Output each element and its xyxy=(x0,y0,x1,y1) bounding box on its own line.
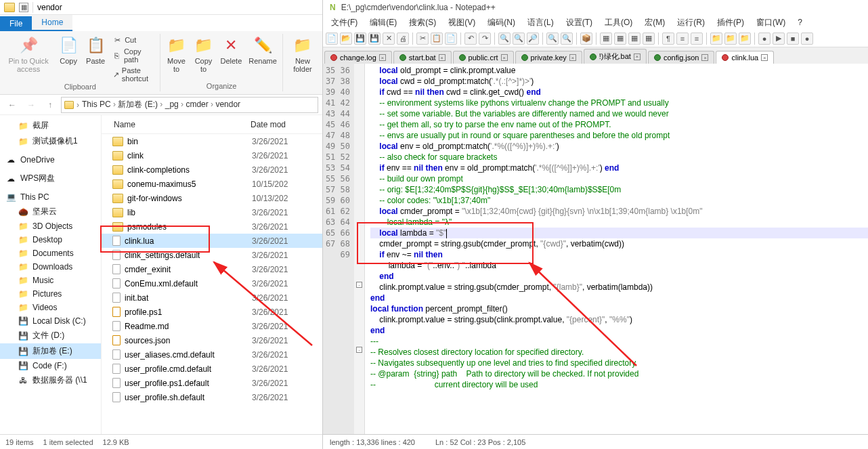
file-row[interactable]: sources.json3/26/2021 xyxy=(102,333,322,347)
file-row[interactable]: lib3/26/2021 xyxy=(102,205,322,219)
file-row[interactable]: cmder_exinit3/26/2021 xyxy=(102,262,322,276)
menu-item[interactable]: 设置(T) xyxy=(563,16,595,30)
tab-file[interactable]: File xyxy=(0,16,32,31)
toolbar-button[interactable]: 📄 xyxy=(445,33,457,45)
tree-item[interactable]: 📁截屏 xyxy=(0,118,101,133)
toolbar-button[interactable]: 🔍 xyxy=(561,33,573,45)
toolbar-button[interactable]: ¶ xyxy=(662,33,674,45)
toolbar-button[interactable]: ● xyxy=(758,33,771,45)
forward-button[interactable]: → xyxy=(23,97,39,113)
toolbar-button[interactable]: ✂ xyxy=(416,33,429,45)
toolbar-button[interactable]: 📄 xyxy=(326,33,338,45)
explorer-titlebar[interactable]: ▦ vendor xyxy=(0,0,322,15)
file-row[interactable]: user_aliases.cmd.default3/26/2021 xyxy=(102,347,322,362)
menu-item[interactable]: 搜索(S) xyxy=(406,16,439,30)
back-button[interactable]: ← xyxy=(4,97,20,113)
file-row[interactable]: git-for-windows10/13/202 xyxy=(102,191,322,205)
tree-item[interactable]: 📁3D Objects xyxy=(0,219,101,233)
editor-tab[interactable]: clink.lua× xyxy=(716,51,774,64)
editor-tab[interactable]: !)绿化.bat× xyxy=(584,49,647,64)
copy-path-button[interactable]: ⎘Copy path xyxy=(112,47,154,64)
tab-home[interactable]: Home xyxy=(32,15,72,31)
file-row[interactable]: user_profile.sh.default3/26/2021 xyxy=(102,390,322,404)
editor-tab[interactable]: private.key× xyxy=(515,51,582,64)
col-date[interactable]: Date mod xyxy=(251,120,322,129)
toolbar-button[interactable]: ↷ xyxy=(479,33,491,45)
file-rows[interactable]: bin3/26/2021clink3/26/2021clink-completi… xyxy=(102,134,322,434)
up-button[interactable]: ↑ xyxy=(42,97,58,113)
toolbar-button[interactable]: 📁 xyxy=(710,33,722,45)
tree-item[interactable]: ☁WPS网盘 xyxy=(0,171,101,186)
editor-tab[interactable]: config.json× xyxy=(648,51,715,64)
paste-button[interactable]: 📋Paste xyxy=(85,35,106,65)
breadcrumb-segment[interactable]: vendor xyxy=(215,100,240,109)
toolbar-button[interactable]: 📁 xyxy=(739,33,751,45)
npp-titlebar[interactable]: N E:\_pg\cmder\vendor\clink.lua - Notepa… xyxy=(323,0,868,15)
toolbar-button[interactable]: ▦ xyxy=(628,33,641,45)
file-row[interactable]: conemu-maximus510/15/202 xyxy=(102,177,322,191)
toolbar-button[interactable]: ▶ xyxy=(773,33,785,45)
cut-button[interactable]: ✂Cut xyxy=(112,35,154,45)
toolbar-button[interactable]: ≡ xyxy=(676,33,689,45)
toolbar-button[interactable]: ▦ xyxy=(643,33,655,45)
tree-item[interactable]: 💻This PC xyxy=(0,190,101,204)
menu-item[interactable]: 宏(M) xyxy=(642,16,668,30)
breadcrumb-segment[interactable]: cmder xyxy=(186,100,208,109)
tree-item[interactable]: 📁Music xyxy=(0,274,101,287)
close-icon[interactable]: × xyxy=(761,54,768,61)
toolbar-button[interactable]: ✕ xyxy=(383,33,395,45)
toolbar-button[interactable]: 📂 xyxy=(340,33,352,45)
tree-item[interactable]: 🌰坚果云 xyxy=(0,204,101,219)
file-row[interactable]: psmodules3/26/2021 xyxy=(102,219,322,234)
tree-item[interactable]: 📁Pictures xyxy=(0,287,101,301)
file-row[interactable]: clink3/26/2021 xyxy=(102,148,322,163)
close-icon[interactable]: × xyxy=(439,54,446,61)
copy-to-button[interactable]: 📁Copy to xyxy=(193,35,213,73)
toolbar-button[interactable]: ≡ xyxy=(691,33,703,45)
menu-item[interactable]: 编码(N) xyxy=(485,16,518,30)
toolbar-button[interactable]: 🔍 xyxy=(513,33,525,45)
breadcrumb-segment[interactable]: 新加卷 (E:) xyxy=(118,100,158,109)
npp-menubar[interactable]: 文件(F)编辑(E)搜索(S)视图(V)编码(N)语言(L)设置(T)工具(O)… xyxy=(323,15,868,30)
menu-item[interactable]: 语言(L) xyxy=(525,16,557,30)
menu-item[interactable]: ? xyxy=(795,16,805,28)
nav-tree[interactable]: 📁截屏📁测试摄像机1☁OneDrive☁WPS网盘💻This PC🌰坚果云📁3D… xyxy=(0,115,102,434)
file-row[interactable]: Readme.md3/26/2021 xyxy=(102,319,322,333)
menu-item[interactable]: 窗口(W) xyxy=(754,16,788,30)
editor-tab[interactable]: start.bat× xyxy=(393,51,452,64)
move-to-button[interactable]: 📁Move to xyxy=(166,35,186,73)
file-row[interactable]: clink-completions3/26/2021 xyxy=(102,163,322,177)
file-row[interactable]: init.bat3/26/2021 xyxy=(102,291,322,305)
close-icon[interactable]: × xyxy=(634,54,641,60)
paste-shortcut-button[interactable]: ↗Paste shortcut xyxy=(112,66,154,83)
menu-item[interactable]: 工具(O) xyxy=(602,16,635,30)
close-icon[interactable]: × xyxy=(379,54,386,61)
tree-item[interactable]: 📁Documents xyxy=(0,247,101,260)
toolbar-button[interactable]: 📦 xyxy=(580,33,592,45)
tree-item[interactable]: 💾新加卷 (E:) xyxy=(0,343,101,359)
editor-tab[interactable]: change.log× xyxy=(324,51,392,64)
tree-item[interactable]: 💾Code (F:) xyxy=(0,359,101,372)
file-row[interactable]: user_profile.cmd.default3/26/2021 xyxy=(102,362,322,376)
pin-button[interactable]: 📌Pin to Quick access xyxy=(5,35,51,73)
breadcrumb-segment[interactable]: This PC xyxy=(82,100,111,109)
tree-item[interactable]: 📁Videos xyxy=(0,301,101,314)
toolbar-button[interactable]: ▦ xyxy=(600,33,612,45)
tree-item[interactable]: ☁OneDrive xyxy=(0,153,101,167)
address-bar[interactable]: › This PC › 新加卷 (E:) › _pg › cmder › ven… xyxy=(61,97,318,113)
menu-item[interactable]: 插件(P) xyxy=(714,16,747,30)
code-area[interactable]: local old_prompt = clink.prompt.value lo… xyxy=(365,64,868,434)
file-row[interactable]: profile.ps13/26/2021 xyxy=(102,305,322,319)
toolbar-button[interactable]: 💾 xyxy=(368,33,381,45)
col-name[interactable]: Name xyxy=(102,120,251,129)
npp-toolbar[interactable]: 📄📂💾💾✕🖨✂📋📄↶↷🔍🔍🔎🔍🔍📦▦▦▦▦¶≡≡📁📁📁●▶■● xyxy=(323,30,868,47)
toolbar-button[interactable]: 🔍 xyxy=(498,33,511,45)
menu-item[interactable]: 文件(F) xyxy=(328,16,360,30)
toolbar-button[interactable]: ▦ xyxy=(614,33,626,45)
toolbar-button[interactable]: 🔎 xyxy=(527,33,539,45)
toolbar-button[interactable]: 🖨 xyxy=(397,33,409,45)
tree-item[interactable]: 📁Desktop xyxy=(0,233,101,247)
close-icon[interactable]: × xyxy=(701,54,708,61)
file-row[interactable]: bin3/26/2021 xyxy=(102,134,322,148)
file-row[interactable]: clink.lua3/26/2021 xyxy=(102,234,322,248)
